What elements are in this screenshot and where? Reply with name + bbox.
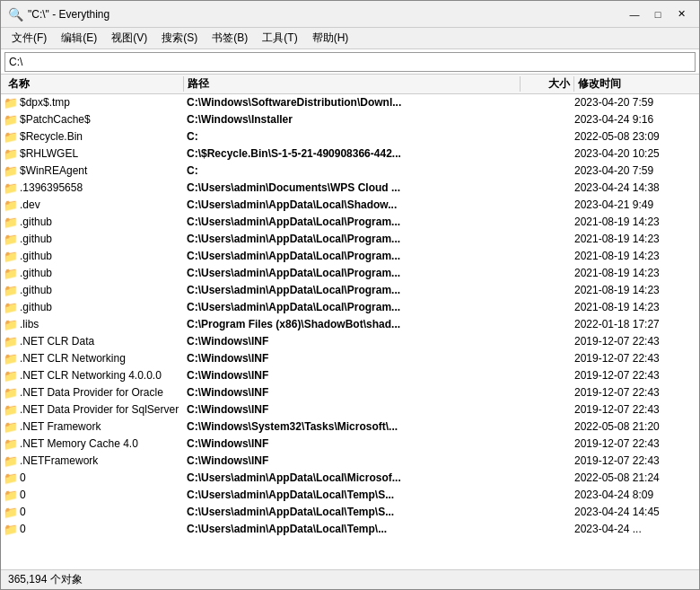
table-row[interactable]: 📁.githubC:\Users\admin\AppData\Local\Pro… (1, 214, 699, 231)
file-path: C:\Users\admin\AppData\Local\Temp\... (187, 523, 521, 535)
minimize-button[interactable]: — (624, 5, 645, 23)
file-path: C:\Windows\INF (187, 369, 521, 382)
table-row[interactable]: 📁.githubC:\Users\admin\AppData\Local\Pro… (1, 299, 699, 316)
table-row[interactable]: 📁.NET CLR DataC:\Windows\INF2019-12-07 2… (1, 333, 699, 350)
table-row[interactable]: 📁$Recycle.BinC:2022-05-08 23:09 (1, 128, 699, 145)
col-header-name[interactable]: 名称 (4, 76, 184, 92)
col-header-size[interactable]: 大小 (521, 76, 574, 92)
file-list[interactable]: 📁$dpx$.tmpC:\Windows\SoftwareDistributio… (1, 94, 699, 569)
menu-item-f[interactable]: 文件(F) (4, 29, 54, 48)
maximize-button[interactable]: □ (647, 5, 669, 23)
file-name: .github (20, 216, 187, 228)
file-name: .NET CLR Networking 4.0.0.0 (20, 369, 187, 382)
file-path: C:\Windows\INF (187, 335, 521, 348)
file-date: 2019-12-07 22:43 (574, 335, 696, 348)
file-path: C:\Users\admin\AppData\Local\Microsof... (187, 471, 521, 484)
folder-icon: 📁 (4, 454, 17, 467)
table-row[interactable]: 📁.NET Data Provider for SqlServerC:\Wind… (1, 401, 699, 418)
file-date: 2022-01-18 17:27 (574, 318, 696, 330)
column-header: 名称 路径 大小 修改时间 (1, 75, 699, 94)
col-header-path[interactable]: 路径 (184, 76, 521, 92)
table-row[interactable]: 📁.NET CLR Networking 4.0.0.0C:\Windows\I… (1, 367, 699, 384)
file-path: C:\Users\admin\AppData\Local\Program... (187, 250, 521, 262)
file-name: .github (20, 267, 187, 279)
table-row[interactable]: 📁.NET Data Provider for OracleC:\Windows… (1, 384, 699, 401)
file-path: C:\Windows\SoftwareDistribution\Downl... (187, 96, 521, 109)
table-row[interactable]: 📁.1396395658C:\Users\admin\Documents\WPS… (1, 180, 699, 197)
file-date: 2022-05-08 21:24 (574, 471, 696, 484)
table-row[interactable]: 📁.devC:\Users\admin\AppData\Local\Shadow… (1, 197, 699, 214)
close-button[interactable]: ✕ (670, 5, 692, 23)
file-name: $Recycle.Bin (20, 130, 187, 143)
table-row[interactable]: 📁$WinREAgentC:2023-04-20 7:59 (1, 163, 699, 180)
folder-icon: 📁 (4, 369, 17, 382)
file-date: 2019-12-07 22:43 (574, 386, 696, 399)
table-row[interactable]: 📁$RHLWGELC:\$Recycle.Bin\S-1-5-21-490908… (1, 145, 699, 163)
file-path: C:\Users\admin\AppData\Local\Program... (187, 301, 521, 313)
file-path: C:\Users\admin\AppData\Local\Program... (187, 284, 521, 296)
table-row[interactable]: 📁.githubC:\Users\admin\AppData\Local\Pro… (1, 231, 699, 248)
file-date: 2022-05-08 21:20 (574, 420, 696, 433)
file-date: 2023-04-20 10:25 (574, 147, 696, 160)
title-bar: 🔍 "C:\" - Everything — □ ✕ (1, 1, 699, 28)
file-name: .1396395658 (20, 181, 187, 194)
table-row[interactable]: 📁.githubC:\Users\admin\AppData\Local\Pro… (1, 282, 699, 299)
table-row[interactable]: 📁.NET FrameworkC:\Windows\System32\Tasks… (1, 418, 699, 436)
file-name: .NET Memory Cache 4.0 (20, 437, 187, 450)
folder-icon: 📁 (4, 250, 17, 262)
table-row[interactable]: 📁.NET CLR NetworkingC:\Windows\INF2019-1… (1, 350, 699, 367)
table-row[interactable]: 📁.NET Memory Cache 4.0C:\Windows\INF2019… (1, 436, 699, 453)
file-date: 2019-12-07 22:43 (574, 454, 696, 467)
menu-item-t[interactable]: 工具(T) (255, 29, 304, 48)
folder-icon: 📁 (4, 284, 17, 296)
folder-icon: 📁 (4, 113, 17, 126)
table-row[interactable]: 📁.libsC:\Program Files (x86)\ShadowBot\s… (1, 316, 699, 333)
file-path: C: (187, 130, 521, 143)
file-date: 2019-12-07 22:43 (574, 403, 696, 416)
search-input[interactable] (4, 52, 696, 72)
search-bar (1, 49, 699, 75)
file-date: 2023-04-24 ... (574, 523, 696, 535)
file-name: .NET Framework (20, 420, 187, 433)
file-date: 2019-12-07 22:43 (574, 369, 696, 382)
table-row[interactable]: 📁$PatchCache$C:\Windows\Installer2023-04… (1, 111, 699, 128)
table-row[interactable]: 📁0C:\Users\admin\AppData\Local\Microsof.… (1, 470, 699, 487)
folder-icon: 📁 (4, 267, 17, 279)
file-path: C:\Windows\INF (187, 437, 521, 450)
folder-icon: 📁 (4, 318, 17, 330)
file-name: .libs (20, 318, 187, 330)
window-controls: — □ ✕ (624, 5, 692, 23)
file-name: .NET Data Provider for SqlServer (20, 403, 187, 416)
file-date: 2021-08-19 14:23 (574, 267, 696, 279)
file-name: $WinREAgent (20, 164, 187, 177)
file-name: .NET Data Provider for Oracle (20, 386, 187, 399)
table-row[interactable]: 📁0C:\Users\admin\AppData\Local\Temp\S...… (1, 504, 699, 521)
file-path: C:\Users\admin\AppData\Local\Shadow... (187, 198, 521, 211)
menu-item-s[interactable]: 搜索(S) (154, 29, 205, 48)
menu-item-b[interactable]: 书签(B) (205, 29, 255, 48)
file-name: 0 (20, 489, 187, 501)
file-name: .dev (20, 198, 187, 211)
folder-icon: 📁 (4, 216, 17, 228)
table-row[interactable]: 📁0C:\Users\admin\AppData\Local\Temp\...2… (1, 521, 699, 538)
file-name: .NET CLR Networking (20, 352, 187, 365)
table-row[interactable]: 📁0C:\Users\admin\AppData\Local\Temp\S...… (1, 487, 699, 504)
menu-item-v[interactable]: 视图(V) (104, 29, 154, 48)
file-name: .github (20, 233, 187, 245)
window-title: "C:\" - Everything (28, 8, 624, 21)
file-path: C:\Windows\INF (187, 403, 521, 416)
file-name: .NETFramework (20, 454, 187, 467)
folder-icon: 📁 (4, 352, 17, 365)
menu-item-e[interactable]: 编辑(E) (54, 29, 104, 48)
table-row[interactable]: 📁.NETFrameworkC:\Windows\INF2019-12-07 2… (1, 453, 699, 470)
file-name: .NET CLR Data (20, 335, 187, 348)
table-row[interactable]: 📁.githubC:\Users\admin\AppData\Local\Pro… (1, 265, 699, 282)
menu-item-h[interactable]: 帮助(H) (305, 29, 356, 48)
file-date: 2021-08-19 14:23 (574, 284, 696, 296)
col-header-date[interactable]: 修改时间 (574, 76, 696, 92)
folder-icon: 📁 (4, 301, 17, 313)
folder-icon: 📁 (4, 198, 17, 211)
status-bar: 365,194 个对象 (1, 569, 699, 589)
table-row[interactable]: 📁$dpx$.tmpC:\Windows\SoftwareDistributio… (1, 94, 699, 111)
table-row[interactable]: 📁.githubC:\Users\admin\AppData\Local\Pro… (1, 248, 699, 265)
